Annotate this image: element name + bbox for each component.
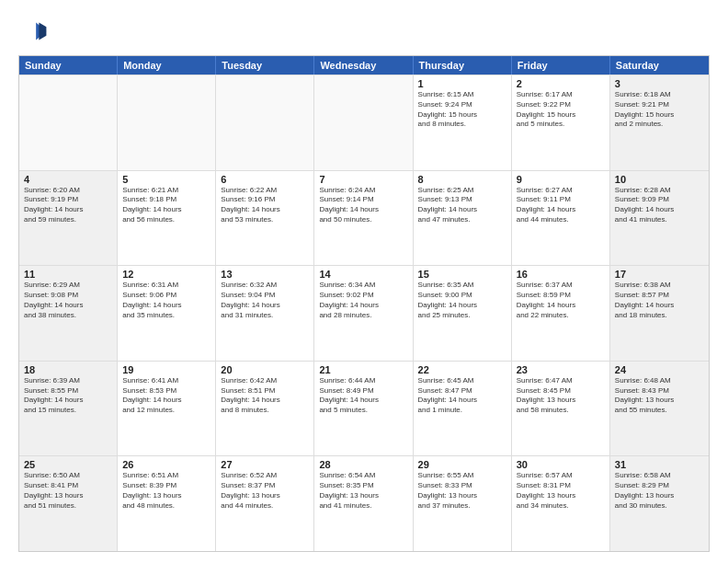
day-number: 20 [221, 364, 309, 375]
day-number: 17 [615, 269, 704, 280]
cell-info: Sunrise: 6:38 AMSunset: 8:57 PMDaylight:… [615, 281, 704, 320]
day-cell-28: 28Sunrise: 6:54 AMSunset: 8:35 PMDayligh… [314, 456, 413, 551]
day-cell-17: 17Sunrise: 6:38 AMSunset: 8:57 PMDayligh… [610, 266, 709, 361]
day-cell-7: 7Sunrise: 6:24 AMSunset: 9:14 PMDaylight… [314, 171, 413, 266]
day-header-saturday: Saturday [610, 56, 709, 75]
cell-info: Sunrise: 6:37 AMSunset: 8:59 PMDaylight:… [517, 281, 605, 320]
cell-info: Sunrise: 6:52 AMSunset: 8:37 PMDaylight:… [221, 471, 309, 511]
day-cell-5: 5Sunrise: 6:21 AMSunset: 9:18 PMDaylight… [118, 171, 216, 266]
day-number: 31 [615, 459, 704, 470]
day-cell-10: 10Sunrise: 6:28 AMSunset: 9:09 PMDayligh… [610, 171, 709, 266]
day-number: 19 [122, 364, 210, 375]
cell-info: Sunrise: 6:18 AMSunset: 9:21 PMDaylight:… [615, 90, 704, 130]
day-cell-22: 22Sunrise: 6:45 AMSunset: 8:47 PMDayligh… [414, 362, 512, 456]
day-number: 9 [517, 174, 605, 185]
day-number: 7 [319, 174, 407, 185]
day-cell-12: 12Sunrise: 6:31 AMSunset: 9:06 PMDayligh… [118, 266, 216, 361]
day-number: 3 [615, 78, 704, 89]
day-number: 12 [122, 269, 210, 280]
cell-info: Sunrise: 6:21 AMSunset: 9:18 PMDaylight:… [122, 186, 210, 225]
calendar-row-5: 25Sunrise: 6:50 AMSunset: 8:41 PMDayligh… [19, 455, 709, 551]
cell-info: Sunrise: 6:31 AMSunset: 9:06 PMDaylight:… [122, 281, 210, 320]
cell-info: Sunrise: 6:51 AMSunset: 8:39 PMDaylight:… [122, 471, 210, 511]
day-cell-3: 3Sunrise: 6:18 AMSunset: 9:21 PMDaylight… [610, 75, 709, 170]
day-number: 1 [418, 78, 506, 89]
cell-info: Sunrise: 6:25 AMSunset: 9:13 PMDaylight:… [418, 186, 506, 225]
day-cell-26: 26Sunrise: 6:51 AMSunset: 8:39 PMDayligh… [118, 456, 216, 551]
calendar-row-1: 1Sunrise: 6:15 AMSunset: 9:24 PMDaylight… [19, 75, 709, 170]
cell-info: Sunrise: 6:45 AMSunset: 8:47 PMDaylight:… [418, 376, 506, 416]
day-number: 11 [24, 269, 112, 280]
day-cell-23: 23Sunrise: 6:47 AMSunset: 8:45 PMDayligh… [512, 362, 610, 456]
cell-info: Sunrise: 6:57 AMSunset: 8:31 PMDaylight:… [517, 471, 605, 511]
day-number: 24 [615, 364, 704, 375]
cell-info: Sunrise: 6:20 AMSunset: 9:19 PMDaylight:… [24, 186, 112, 225]
day-header-monday: Monday [118, 56, 216, 75]
cell-info: Sunrise: 6:29 AMSunset: 9:08 PMDaylight:… [24, 281, 112, 320]
day-cell-30: 30Sunrise: 6:57 AMSunset: 8:31 PMDayligh… [512, 456, 610, 551]
day-number: 25 [24, 459, 112, 470]
day-cell-11: 11Sunrise: 6:29 AMSunset: 9:08 PMDayligh… [19, 266, 118, 361]
day-cell-20: 20Sunrise: 6:42 AMSunset: 8:51 PMDayligh… [216, 362, 314, 456]
day-number: 30 [517, 459, 605, 470]
day-header-friday: Friday [512, 56, 610, 75]
empty-cell-0-3 [314, 75, 413, 170]
empty-cell-0-0 [19, 75, 118, 170]
day-cell-9: 9Sunrise: 6:27 AMSunset: 9:11 PMDaylight… [512, 171, 610, 266]
day-cell-25: 25Sunrise: 6:50 AMSunset: 8:41 PMDayligh… [19, 456, 118, 551]
day-cell-18: 18Sunrise: 6:39 AMSunset: 8:55 PMDayligh… [19, 362, 118, 456]
cell-info: Sunrise: 6:15 AMSunset: 9:24 PMDaylight:… [418, 90, 506, 130]
day-cell-13: 13Sunrise: 6:32 AMSunset: 9:04 PMDayligh… [216, 266, 314, 361]
cell-info: Sunrise: 6:54 AMSunset: 8:35 PMDaylight:… [319, 471, 407, 511]
cell-info: Sunrise: 6:42 AMSunset: 8:51 PMDaylight:… [221, 376, 309, 416]
day-number: 2 [517, 78, 605, 89]
cell-info: Sunrise: 6:58 AMSunset: 8:29 PMDaylight:… [615, 471, 704, 511]
day-number: 15 [418, 269, 506, 280]
day-number: 26 [122, 459, 210, 470]
empty-cell-0-1 [118, 75, 216, 170]
cell-info: Sunrise: 6:55 AMSunset: 8:33 PMDaylight:… [418, 471, 506, 511]
day-cell-6: 6Sunrise: 6:22 AMSunset: 9:16 PMDaylight… [216, 171, 314, 266]
day-cell-8: 8Sunrise: 6:25 AMSunset: 9:13 PMDaylight… [414, 171, 512, 266]
day-cell-16: 16Sunrise: 6:37 AMSunset: 8:59 PMDayligh… [512, 266, 610, 361]
day-number: 21 [319, 364, 407, 375]
calendar-row-4: 18Sunrise: 6:39 AMSunset: 8:55 PMDayligh… [19, 361, 709, 456]
day-header-tuesday: Tuesday [216, 56, 314, 75]
logo-icon [18, 17, 48, 46]
day-number: 22 [418, 364, 506, 375]
cell-info: Sunrise: 6:48 AMSunset: 8:43 PMDaylight:… [615, 376, 704, 416]
day-cell-19: 19Sunrise: 6:41 AMSunset: 8:53 PMDayligh… [118, 362, 216, 456]
cell-info: Sunrise: 6:41 AMSunset: 8:53 PMDaylight:… [122, 376, 210, 416]
day-cell-15: 15Sunrise: 6:35 AMSunset: 9:00 PMDayligh… [414, 266, 512, 361]
day-number: 6 [221, 174, 309, 185]
day-header-wednesday: Wednesday [314, 56, 413, 75]
header [18, 17, 710, 46]
logo [18, 17, 51, 46]
day-number: 5 [122, 174, 210, 185]
cell-info: Sunrise: 6:27 AMSunset: 9:11 PMDaylight:… [517, 186, 605, 225]
calendar: SundayMondayTuesdayWednesdayThursdayFrid… [18, 55, 710, 552]
day-number: 4 [24, 174, 112, 185]
cell-info: Sunrise: 6:39 AMSunset: 8:55 PMDaylight:… [24, 376, 112, 416]
cell-info: Sunrise: 6:47 AMSunset: 8:45 PMDaylight:… [517, 376, 605, 416]
calendar-row-2: 4Sunrise: 6:20 AMSunset: 9:19 PMDaylight… [19, 170, 709, 266]
day-number: 18 [24, 364, 112, 375]
day-number: 14 [319, 269, 407, 280]
cell-info: Sunrise: 6:17 AMSunset: 9:22 PMDaylight:… [517, 90, 605, 130]
day-number: 28 [319, 459, 407, 470]
cell-info: Sunrise: 6:28 AMSunset: 9:09 PMDaylight:… [615, 186, 704, 225]
day-number: 29 [418, 459, 506, 470]
day-cell-4: 4Sunrise: 6:20 AMSunset: 9:19 PMDaylight… [19, 171, 118, 266]
page: SundayMondayTuesdayWednesdayThursdayFrid… [0, 0, 728, 563]
day-cell-31: 31Sunrise: 6:58 AMSunset: 8:29 PMDayligh… [610, 456, 709, 551]
calendar-row-3: 11Sunrise: 6:29 AMSunset: 9:08 PMDayligh… [19, 265, 709, 361]
cell-info: Sunrise: 6:44 AMSunset: 8:49 PMDaylight:… [319, 376, 407, 416]
day-header-sunday: Sunday [19, 56, 118, 75]
day-number: 16 [517, 269, 605, 280]
day-number: 8 [418, 174, 506, 185]
cell-info: Sunrise: 6:32 AMSunset: 9:04 PMDaylight:… [221, 281, 309, 320]
day-cell-29: 29Sunrise: 6:55 AMSunset: 8:33 PMDayligh… [414, 456, 512, 551]
day-number: 13 [221, 269, 309, 280]
empty-cell-0-2 [216, 75, 314, 170]
day-cell-24: 24Sunrise: 6:48 AMSunset: 8:43 PMDayligh… [610, 362, 709, 456]
